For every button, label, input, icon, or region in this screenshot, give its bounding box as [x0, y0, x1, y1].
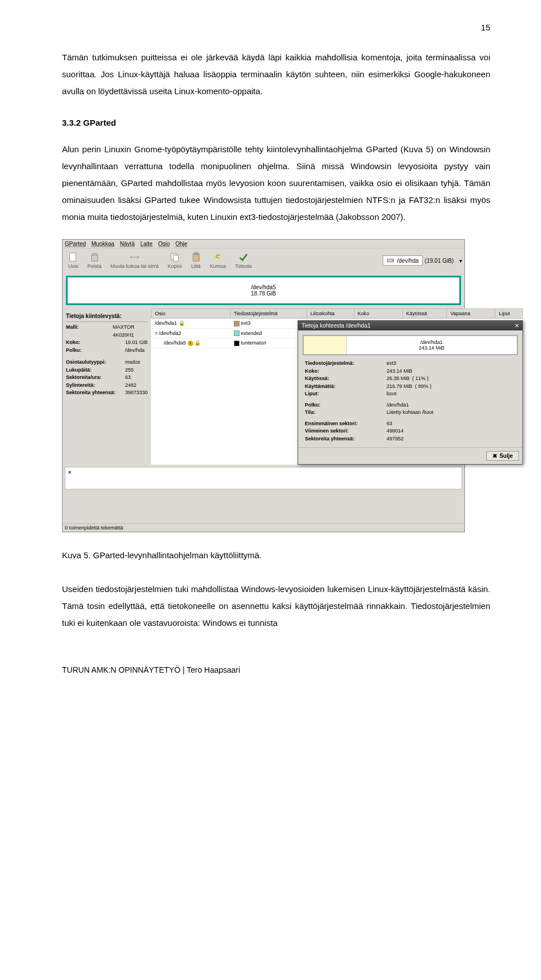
dlg-total-key: Sektoreita yhteensä:	[305, 435, 387, 443]
toolbar: Uusi Poista Muuta kokoa tai siirrä Kopio…	[63, 248, 464, 272]
close-button-label: Sulje	[499, 453, 513, 459]
warning-icon: !	[188, 341, 193, 346]
menu-help[interactable]: Ohje	[175, 241, 187, 247]
cell-part: /dev/hda5	[164, 340, 187, 346]
info-total-key: Sektoreita yhteensä:	[66, 389, 125, 397]
gparted-screenshot: GParted Muokkaa Näytä Laite Osio Ohje Uu…	[62, 239, 465, 532]
undo-icon	[213, 252, 223, 262]
dialog-title-text: Tietoja kohteesta /dev/hda1	[301, 323, 371, 329]
tool-copy[interactable]: Kopioi	[165, 251, 185, 270]
x-icon: ✖	[493, 453, 497, 459]
col-partition[interactable]: Osio	[152, 309, 230, 319]
col-size[interactable]: Koko	[354, 309, 402, 319]
tool-paste[interactable]: Liitä	[188, 251, 205, 270]
dlg-state-key: Tila:	[305, 409, 387, 417]
dialog-titlebar[interactable]: Tietoja kohteesta /dev/hda1 ✕	[298, 321, 522, 330]
info-total-value: 39873330	[125, 389, 148, 397]
partition-table: Osio Tiedostojärjestelmä Liitoskohta Kok…	[151, 308, 523, 465]
info-title: Tietoja kiintolevystä:	[66, 312, 148, 322]
section-heading: 3.3.2 GParted	[62, 118, 490, 127]
info-path-key: Polku:	[66, 347, 125, 355]
info-cyl-value: 2482	[125, 382, 136, 390]
tool-undo[interactable]: Kumoa	[207, 251, 230, 270]
partition-info-dialog: Tietoja kohteesta /dev/hda1 ✕ /dev/hda1 …	[298, 320, 523, 465]
col-mount[interactable]: Liitoskohta	[307, 309, 354, 319]
table-header-row: Osio Tiedostojärjestelmä Liitoskohta Kok…	[152, 309, 523, 319]
dlg-first-value: 63	[387, 420, 392, 428]
dlg-unused-pct: ( 89% )	[415, 383, 432, 391]
fs-swatch-icon	[234, 330, 240, 336]
close-icon[interactable]: ✕	[515, 323, 519, 329]
info-cyl-key: Sylintereitä:	[66, 382, 125, 390]
col-fs[interactable]: Tiedostojärjestelmä	[230, 309, 307, 319]
menu-view[interactable]: Näytä	[120, 241, 135, 247]
menu-partition[interactable]: Osio	[158, 241, 170, 247]
menu-gparted[interactable]: GParted	[65, 241, 86, 247]
info-ptable-key: Osiotaulutyyppi:	[66, 359, 125, 367]
page-number: 15	[62, 23, 490, 32]
dlg-state-value: Liitetty kohtaan /boot	[387, 409, 433, 417]
tool-delete[interactable]: Poista	[84, 251, 105, 270]
info-path-value: /dev/hda	[125, 347, 145, 355]
paragraph-gparted: Alun perin Linuxin Gnome-työpöytäympäris…	[62, 141, 490, 226]
chevron-down-icon[interactable]: ▾	[459, 258, 462, 264]
info-model-key: Malli:	[66, 324, 113, 339]
cell-part: /dev/hda1	[155, 320, 178, 326]
fs-swatch-icon	[234, 341, 240, 346]
delete-icon	[90, 252, 100, 262]
figure-caption: Kuva 5. GParted-levynhallintaohjelman kä…	[62, 547, 490, 564]
svg-rect-4	[173, 255, 178, 261]
info-heads-key: Lukupäitä:	[66, 367, 125, 374]
tool-apply-label: Toteuta	[235, 263, 252, 269]
col-used[interactable]: Käytössä	[402, 309, 447, 319]
menu-bar: GParted Muokkaa Näytä Laite Osio Ohje	[63, 240, 464, 248]
tool-copy-label: Kopioi	[168, 263, 182, 269]
col-free[interactable]: Vapaana	[447, 309, 495, 319]
menu-edit[interactable]: Muokkaa	[91, 241, 114, 247]
dialog-partition-visual: /dev/hda1 243.14 MiB	[303, 335, 518, 355]
document-footer: TURUN AMK:N OPINNÄYTETYÖ | Tero Haapsaar…	[62, 665, 490, 674]
info-spt-value: 63	[125, 374, 131, 382]
tool-delete-label: Poista	[87, 263, 101, 269]
tool-new[interactable]: Uusi	[65, 251, 82, 270]
lock-icon: 🔒	[179, 320, 185, 326]
new-icon	[68, 252, 78, 262]
status-bar: 0 toimenpidettä tekemättä	[63, 523, 464, 532]
pending-close-icon[interactable]: ✕	[68, 470, 72, 475]
apply-icon	[238, 252, 249, 262]
tool-resize-label: Muuta kokoa tai siirrä	[110, 263, 159, 269]
tool-undo-label: Kumoa	[210, 263, 227, 269]
dlg-used-value: 26.35 MiB	[387, 375, 410, 383]
close-button[interactable]: ✖ Sulje	[486, 451, 519, 461]
dlg-last-key: Viimeinen sektori:	[305, 427, 387, 435]
svg-rect-0	[70, 253, 76, 261]
menu-device[interactable]: Laite	[140, 241, 153, 247]
dlg-used-key: Käytössä:	[305, 375, 387, 383]
dlg-first-key: Ensimmäinen sektori:	[305, 420, 387, 428]
info-spt-key: Sektoreita/ura:	[66, 374, 125, 382]
col-flags[interactable]: Liput	[495, 309, 523, 319]
info-heads-value: 255	[125, 367, 134, 374]
partition-visual[interactable]: /dev/hda5 18.78 GiB	[66, 276, 461, 305]
resize-icon	[130, 252, 140, 262]
copy-icon	[170, 252, 180, 262]
usage-fill	[304, 336, 347, 354]
cell-fs: ext3	[241, 320, 251, 326]
tool-apply[interactable]: Toteuta	[232, 251, 255, 270]
tool-resize[interactable]: Muuta kokoa tai siirrä	[107, 251, 162, 270]
svg-rect-1	[91, 255, 97, 261]
disk-size-label: (19.01 GiB)	[425, 258, 457, 264]
dialog-vis-size: 243.14 MiB	[419, 345, 445, 351]
svg-rect-6	[194, 253, 197, 255]
tool-new-label: Uusi	[68, 263, 78, 269]
lock-icon: 🔒	[194, 340, 201, 346]
dlg-fs-key: Tiedostojärjestelmä:	[305, 360, 387, 368]
disk-selector[interactable]: /dev/hda	[383, 255, 422, 266]
info-size-value: 19.01 GiB	[125, 339, 148, 347]
pending-operations: ✕	[65, 467, 462, 489]
partition-visual-size: 18.78 GiB	[251, 290, 276, 297]
cell-fs: extended	[241, 330, 262, 336]
dlg-flags-key: Liput:	[305, 390, 387, 398]
dlg-total-value: 497952	[387, 435, 403, 443]
cell-part: /dev/hda2	[159, 330, 181, 336]
